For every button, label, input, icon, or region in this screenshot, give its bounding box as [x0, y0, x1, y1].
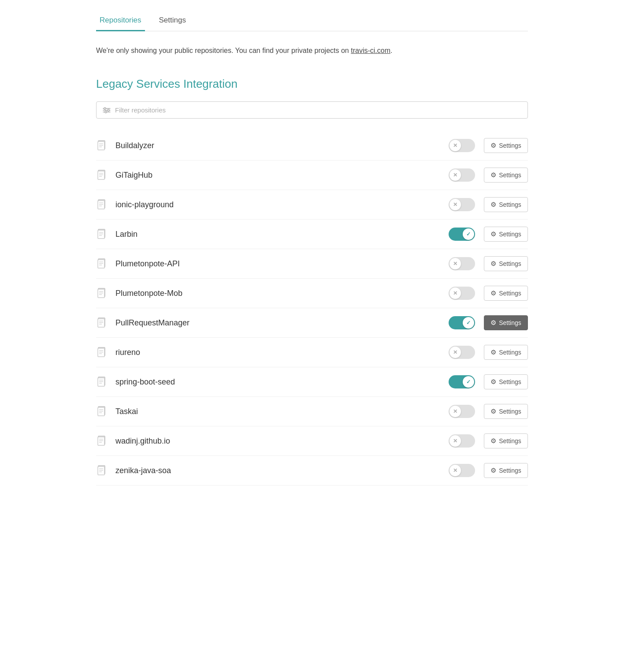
- gear-icon: ⚙: [490, 319, 496, 327]
- gear-icon: ⚙: [490, 201, 496, 209]
- settings-button[interactable]: ⚙ Settings: [484, 315, 528, 330]
- tabs-bar: Repositories Settings: [96, 0, 528, 31]
- toggle-switch[interactable]: ✕: [449, 287, 475, 300]
- toggle-icon: ✕: [453, 261, 457, 267]
- list-item: GiTaigHub ✕ ⚙ Settings: [96, 161, 528, 190]
- toggle-icon: ✕: [453, 349, 457, 355]
- section-title: Legacy Services Integration: [96, 77, 528, 91]
- settings-label: Settings: [499, 290, 521, 297]
- svg-rect-90: [98, 437, 104, 445]
- settings-button[interactable]: ⚙ Settings: [484, 463, 528, 478]
- repo-icon: [96, 464, 108, 477]
- toggle-switch[interactable]: ✕: [449, 346, 475, 359]
- settings-label: Settings: [499, 437, 521, 444]
- toggle-switch[interactable]: ✕: [449, 198, 475, 211]
- toggle-icon: ✕: [453, 172, 457, 178]
- repo-icon: [96, 376, 108, 388]
- svg-rect-66: [98, 348, 104, 357]
- settings-button[interactable]: ⚙ Settings: [484, 168, 528, 183]
- svg-rect-42: [98, 260, 104, 268]
- settings-label: Settings: [499, 260, 521, 267]
- toggle-icon: ✓: [466, 320, 471, 326]
- toggle-switch[interactable]: ✓: [449, 316, 475, 329]
- settings-button[interactable]: ⚙ Settings: [484, 227, 528, 242]
- repo-name: riureno: [115, 348, 449, 357]
- list-item: ionic-playground ✕ ⚙ Settings: [96, 190, 528, 220]
- toggle-icon: ✕: [453, 467, 457, 474]
- settings-button[interactable]: ⚙ Settings: [484, 286, 528, 301]
- settings-button[interactable]: ⚙ Settings: [484, 138, 528, 153]
- settings-label: Settings: [499, 201, 521, 208]
- toggle-wrapper: ✕: [449, 139, 475, 152]
- toggle-switch[interactable]: ✕: [449, 168, 475, 182]
- toggle-switch[interactable]: ✓: [449, 375, 475, 388]
- repo-name: ionic-playground: [115, 200, 449, 209]
- toggle-switch[interactable]: ✓: [449, 228, 475, 241]
- list-item: Taskai ✕ ⚙ Settings: [96, 397, 528, 426]
- list-item: zenika-java-soa ✕ ⚙ Settings: [96, 456, 528, 485]
- repo-list: Buildalyzer ✕ ⚙ Settings: [96, 131, 528, 485]
- repo-icon: [96, 346, 108, 358]
- settings-label: Settings: [499, 231, 521, 238]
- toggle-wrapper: ✕: [449, 287, 475, 300]
- svg-rect-26: [98, 201, 104, 209]
- page-container: Repositories Settings We're only showing…: [78, 0, 546, 485]
- repo-icon: [96, 435, 108, 447]
- toggle-switch[interactable]: ✕: [449, 434, 475, 448]
- toggle-wrapper: ✕: [449, 434, 475, 448]
- toggle-icon: ✕: [453, 142, 457, 149]
- settings-label: Settings: [499, 467, 521, 474]
- gear-icon: ⚙: [490, 348, 496, 356]
- svg-point-5: [105, 111, 107, 113]
- toggle-switch[interactable]: ✕: [449, 464, 475, 477]
- repo-name: Larbin: [115, 230, 449, 239]
- repo-icon: [96, 139, 108, 152]
- travis-ci-link[interactable]: travis-ci.com: [351, 47, 390, 54]
- list-item: wadinj.github.io ✕ ⚙ Settings: [96, 426, 528, 456]
- settings-label: Settings: [499, 349, 521, 356]
- settings-label: Settings: [499, 172, 521, 179]
- settings-button[interactable]: ⚙ Settings: [484, 197, 528, 212]
- svg-point-4: [108, 109, 109, 111]
- repo-icon: [96, 169, 108, 181]
- svg-rect-10: [98, 142, 104, 150]
- gear-icon: ⚙: [490, 467, 496, 474]
- filter-input[interactable]: [115, 106, 521, 114]
- toggle-wrapper: ✕: [449, 346, 475, 359]
- gear-icon: ⚙: [490, 230, 496, 238]
- list-item: riureno ✕ ⚙ Settings: [96, 338, 528, 367]
- toggle-switch[interactable]: ✕: [449, 405, 475, 418]
- toggle-switch[interactable]: ✕: [449, 139, 475, 152]
- svg-rect-82: [98, 407, 104, 416]
- repo-icon: [96, 258, 108, 270]
- settings-button[interactable]: ⚙ Settings: [484, 345, 528, 360]
- gear-icon: ⚙: [490, 142, 496, 149]
- toggle-icon: ✕: [453, 202, 457, 208]
- toggle-wrapper: ✓: [449, 228, 475, 241]
- gear-icon: ⚙: [490, 171, 496, 179]
- tab-settings[interactable]: Settings: [156, 11, 189, 31]
- gear-icon: ⚙: [490, 289, 496, 297]
- filter-container: [96, 101, 528, 119]
- toggle-switch[interactable]: ✕: [449, 257, 475, 270]
- settings-button[interactable]: ⚙ Settings: [484, 256, 528, 271]
- svg-rect-34: [98, 230, 104, 239]
- repo-name: PullRequestManager: [115, 318, 449, 328]
- svg-point-3: [104, 108, 106, 109]
- repo-icon: [96, 317, 108, 329]
- settings-button[interactable]: ⚙ Settings: [484, 433, 528, 448]
- settings-label: Settings: [499, 319, 521, 326]
- filter-input-wrapper: [96, 101, 528, 119]
- toggle-wrapper: ✓: [449, 316, 475, 329]
- list-item: Buildalyzer ✕ ⚙ Settings: [96, 131, 528, 161]
- info-text: We're only showing your public repositor…: [96, 45, 528, 56]
- settings-label: Settings: [499, 378, 521, 385]
- settings-button[interactable]: ⚙ Settings: [484, 374, 528, 389]
- svg-rect-74: [98, 378, 104, 386]
- toggle-icon: ✕: [453, 290, 457, 296]
- settings-button[interactable]: ⚙ Settings: [484, 404, 528, 419]
- gear-icon: ⚙: [490, 407, 496, 415]
- list-item: Plumetonpote-Mob ✕ ⚙ Settings: [96, 279, 528, 308]
- tab-repositories[interactable]: Repositories: [96, 11, 145, 31]
- toggle-icon: ✕: [453, 408, 457, 414]
